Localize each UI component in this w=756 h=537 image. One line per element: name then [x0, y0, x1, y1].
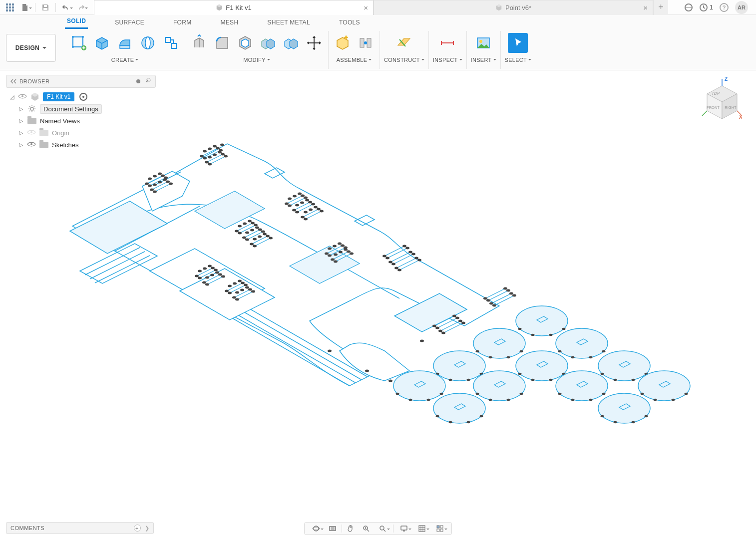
- svg-rect-23: [165, 37, 170, 42]
- insert-image-icon[interactable]: [473, 33, 493, 53]
- save-button[interactable]: [38, 1, 52, 13]
- fit-button[interactable]: [374, 523, 391, 534]
- svg-point-27: [364, 41, 367, 44]
- svg-point-17: [82, 36, 84, 38]
- group-label-create[interactable]: CREATE: [111, 55, 139, 65]
- svg-point-22: [145, 37, 150, 49]
- svg-point-18: [72, 46, 74, 48]
- user-avatar[interactable]: AR: [735, 1, 748, 14]
- zoom-button[interactable]: [359, 523, 373, 534]
- new-component-icon[interactable]: [333, 33, 353, 53]
- group-label-insert[interactable]: INSERT: [471, 55, 496, 65]
- new-tab-button[interactable]: +: [653, 0, 668, 15]
- close-icon[interactable]: ×: [364, 3, 368, 12]
- file-menu-button[interactable]: [18, 1, 32, 13]
- extensions-icon[interactable]: [684, 3, 693, 12]
- ribbon-group-select: SELECT: [501, 31, 536, 69]
- comments-title: COMMENTS: [10, 525, 44, 531]
- model-canvas[interactable]: [0, 70, 756, 522]
- svg-rect-60: [401, 526, 407, 530]
- tab-title: F1 Kit v1: [226, 4, 251, 11]
- document-tab-active[interactable]: F1 Kit v1 ×: [94, 0, 374, 15]
- svg-point-50: [220, 144, 224, 146]
- ribbon-tab-surface[interactable]: SURFACE: [113, 16, 146, 29]
- job-status-button[interactable]: 1: [699, 3, 713, 12]
- svg-rect-15: [73, 37, 83, 47]
- component-icon: [495, 4, 502, 11]
- svg-rect-1: [9, 3, 11, 5]
- svg-point-59: [380, 526, 384, 530]
- group-label-select[interactable]: SELECT: [505, 55, 532, 65]
- viewcube-front[interactable]: FRONT: [707, 105, 720, 110]
- new-sketch-icon[interactable]: [69, 33, 89, 53]
- measure-icon[interactable]: [437, 33, 457, 53]
- group-label-inspect[interactable]: INSPECT: [433, 55, 462, 65]
- navigation-toolbar: [304, 522, 452, 535]
- extrude-icon[interactable]: [115, 33, 135, 53]
- workspace-switcher[interactable]: DESIGN: [6, 34, 56, 62]
- ribbon-group-modify: MODIFY: [185, 31, 329, 69]
- svg-rect-64: [437, 529, 439, 532]
- svg-point-52: [420, 340, 424, 342]
- viewcube[interactable]: Z X TOP FRONT RIGHT: [697, 76, 742, 126]
- svg-rect-61: [419, 526, 425, 532]
- svg-rect-8: [12, 9, 14, 11]
- ribbon-tab-mesh[interactable]: MESH: [218, 16, 240, 29]
- document-tab-inactive[interactable]: Point v6* ×: [374, 0, 653, 15]
- sweep-icon[interactable]: [161, 33, 181, 53]
- fillet-icon[interactable]: [212, 33, 232, 53]
- group-label-assemble[interactable]: ASSEMBLE: [337, 55, 372, 65]
- svg-point-54: [388, 380, 392, 382]
- group-label-modify[interactable]: MODIFY: [243, 55, 270, 65]
- shell-icon[interactable]: [235, 33, 255, 53]
- select-tool-icon[interactable]: [508, 33, 528, 53]
- svg-rect-4: [9, 6, 11, 8]
- move-icon[interactable]: [304, 33, 324, 53]
- combine-icon[interactable]: [258, 33, 278, 53]
- box-icon[interactable]: [92, 33, 112, 53]
- revolve-icon[interactable]: [138, 33, 158, 53]
- svg-rect-63: [440, 526, 443, 528]
- close-icon[interactable]: ×: [643, 3, 648, 12]
- redo-button[interactable]: [74, 1, 88, 13]
- chevron-right-icon[interactable]: ❯: [145, 525, 150, 532]
- plane-icon[interactable]: [394, 33, 414, 53]
- add-comment-icon[interactable]: +: [134, 525, 141, 532]
- ribbon-group-inspect: INSPECT: [429, 31, 467, 69]
- help-button[interactable]: ?: [719, 2, 729, 12]
- joint-icon[interactable]: [356, 33, 376, 53]
- grid-settings-button[interactable]: [413, 523, 430, 534]
- ribbon-tab-solid[interactable]: SOLID: [65, 15, 88, 29]
- svg-rect-6: [6, 9, 8, 11]
- presspull-icon[interactable]: [189, 33, 209, 53]
- ribbon-tab-sheetmetal[interactable]: SHEET METAL: [265, 16, 312, 29]
- comments-panel-header[interactable]: COMMENTS + ❯: [6, 522, 154, 534]
- ribbon: SOLID SURFACE FORM MESH SHEET METAL TOOL…: [0, 15, 756, 70]
- undo-button[interactable]: [59, 1, 73, 13]
- svg-text:?: ?: [723, 4, 726, 10]
- ribbon-tab-tools[interactable]: TOOLS: [337, 16, 362, 29]
- group-label-construct[interactable]: CONSTRUCT: [384, 55, 424, 65]
- clock-icon: [699, 3, 708, 12]
- header-right: 1 ? AR: [679, 1, 753, 14]
- svg-rect-10: [43, 8, 47, 10]
- svg-point-53: [365, 370, 369, 372]
- display-settings-button[interactable]: [395, 523, 412, 534]
- component-icon: [216, 4, 223, 11]
- app-menu-icon[interactable]: [3, 1, 17, 13]
- ribbon-tab-form[interactable]: FORM: [171, 16, 194, 29]
- quick-access-toolbar: F1 Kit v1 × Point v6* × + 1 ? AR: [0, 0, 756, 15]
- ribbon-group-construct: CONSTRUCT: [380, 31, 429, 69]
- orbit-button[interactable]: [308, 523, 325, 534]
- viewcube-right[interactable]: RIGHT: [725, 105, 737, 110]
- ribbon-group-assemble: ASSEMBLE: [329, 31, 380, 69]
- pan-button[interactable]: [344, 523, 358, 534]
- align-icon[interactable]: [281, 33, 301, 53]
- lookat-button[interactable]: [326, 523, 340, 534]
- viewport-button[interactable]: [431, 523, 448, 534]
- svg-rect-24: [171, 43, 176, 48]
- svg-rect-26: [367, 38, 371, 47]
- svg-rect-62: [437, 526, 439, 528]
- svg-point-51: [328, 350, 332, 352]
- ribbon-group-create: CREATE: [65, 31, 185, 69]
